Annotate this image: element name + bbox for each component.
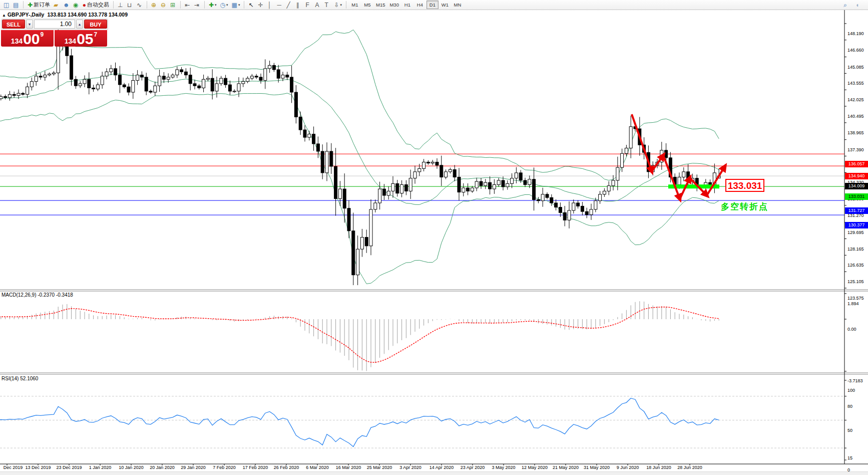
toolbar-separator bbox=[346, 1, 346, 9]
turning-point-note[interactable]: 多空转折点 bbox=[721, 201, 768, 212]
toolbar-button-community[interactable]: ☻ bbox=[62, 1, 71, 10]
toolbar-button-arrows[interactable]: ⇩▾ bbox=[332, 1, 343, 10]
community-icon: ☻ bbox=[63, 1, 70, 9]
toolbar-button-zoom-in[interactable]: ⊕ bbox=[150, 1, 159, 10]
symbol-period-label: GBPJPY-,Daily bbox=[8, 12, 45, 18]
volume-input[interactable]: 1.00 bbox=[34, 20, 75, 29]
toolbar-button-tile-windows[interactable]: ⊞ bbox=[169, 1, 178, 10]
buy-price-point: 7 bbox=[94, 31, 98, 38]
buy-button[interactable]: BUY bbox=[84, 20, 107, 29]
toolbar-button-bar-chart[interactable]: ⊥ bbox=[116, 1, 125, 10]
macd-pane[interactable] bbox=[0, 301, 719, 371]
date-axis-label: 17 Feb 2020 bbox=[243, 465, 268, 470]
volume-increase-button[interactable]: ▲ bbox=[76, 20, 83, 29]
timeframe-button-h4[interactable]: H4 bbox=[414, 1, 426, 9]
toolbar-button-trendline[interactable]: ╱ bbox=[285, 1, 294, 10]
toolbar-button-chart-shift[interactable]: ⇤ bbox=[183, 1, 192, 10]
line-chart-icon: ∿ bbox=[137, 1, 142, 9]
date-axis-label: 1 Jan 2020 bbox=[89, 465, 112, 470]
price-chart-canvas[interactable] bbox=[0, 10, 868, 475]
toolbar-button-crosshair[interactable]: ✛ bbox=[256, 1, 265, 10]
sell-button[interactable]: SELL bbox=[2, 20, 25, 29]
sell-price-display[interactable]: 134009 bbox=[1, 30, 54, 47]
date-axis-label: 26 Feb 2020 bbox=[274, 465, 299, 470]
timeframe-button-w1[interactable]: W1 bbox=[439, 1, 451, 9]
macd-axis-label: -3.7183 bbox=[847, 378, 868, 383]
templates-icon: ▦ bbox=[232, 1, 237, 9]
ohlc-values: 133.813 134.690 133.778 134.009 bbox=[47, 12, 128, 18]
toolbar-button-new-order[interactable]: ✚新订单 bbox=[26, 1, 52, 10]
timeframe-button-m1[interactable]: M1 bbox=[349, 1, 361, 9]
toolbar-button-label[interactable]: T bbox=[323, 1, 332, 10]
toolbar-button-autotrade[interactable]: ●自动交易 bbox=[81, 1, 111, 10]
timeframe-button-mn[interactable]: MN bbox=[452, 1, 464, 9]
main-toolbar: ◫▤✚新订单▰☻◉●自动交易⊥⊔∿⊕⊖⊞⇤⇥✚▾◷▾▦▾↖✛│─╱∥FAT⇩▾M… bbox=[0, 0, 868, 10]
date-axis-label: 29 Jan 2020 bbox=[181, 465, 206, 470]
rsi-axis-label: 50 bbox=[847, 428, 868, 433]
channel-icon: ∥ bbox=[296, 1, 299, 9]
price-axis-label: 148.190 bbox=[847, 31, 868, 36]
price-axis-badge: 134.940 bbox=[845, 173, 868, 179]
search-icon: ⌕ bbox=[843, 1, 847, 9]
periods-icon: ◷ bbox=[220, 1, 225, 9]
timeframe-button-m5[interactable]: M5 bbox=[361, 1, 373, 9]
toolbar-button-vertical-line[interactable]: │ bbox=[266, 1, 275, 10]
toolbar-button-cursor[interactable]: ↖ bbox=[247, 1, 256, 10]
toolbar-button-line-chart[interactable]: ∿ bbox=[135, 1, 144, 10]
vertical-line-icon: │ bbox=[267, 1, 271, 9]
one-click-controls-row: SELL ▼ 1.00 ▲ BUY bbox=[1, 19, 108, 30]
date-axis-label: 10 Jan 2020 bbox=[119, 465, 144, 470]
support-price-text-label[interactable]: 133.031 bbox=[725, 179, 764, 192]
rsi-pane[interactable] bbox=[0, 396, 844, 448]
toolbar-button-signals[interactable]: ◉ bbox=[72, 1, 81, 10]
toolbar-button-market[interactable]: ▰ bbox=[52, 1, 61, 10]
toolbar-button-fibonacci[interactable]: F bbox=[304, 1, 313, 10]
toolbar-button-text[interactable]: A bbox=[313, 1, 322, 10]
timeframe-button-m30[interactable]: M30 bbox=[387, 1, 400, 9]
timeframe-button-d1[interactable]: D1 bbox=[426, 1, 439, 9]
macd-axis-label: 0.00 bbox=[847, 327, 868, 332]
toolbar-button-profiles[interactable]: ▤ bbox=[12, 1, 21, 10]
timeframe-button-m15[interactable]: M15 bbox=[374, 1, 387, 9]
one-click-trading-panel[interactable]: SELL ▼ 1.00 ▲ BUY 134009 134057 bbox=[1, 19, 108, 47]
toolbar-button-new-chart[interactable]: ◫ bbox=[2, 1, 11, 10]
toolbar-separator bbox=[147, 1, 147, 9]
one-click-toggle-icon[interactable]: ▲ bbox=[2, 13, 6, 18]
cursor-icon: ↖ bbox=[248, 1, 253, 9]
toolbar-separator bbox=[204, 1, 205, 9]
buy-price-display[interactable]: 134057 bbox=[55, 30, 107, 47]
sell-price-figure: 134 bbox=[11, 37, 23, 45]
toolbar-button-channel[interactable]: ∥ bbox=[294, 1, 303, 10]
price-axis-label: 142.025 bbox=[847, 97, 868, 102]
volume-decrease-button[interactable]: ▼ bbox=[26, 20, 33, 29]
window-bottom-edge bbox=[0, 471, 868, 475]
date-axis-label: 12 May 2020 bbox=[522, 465, 548, 470]
toolbar-button-horizontal-line[interactable]: ─ bbox=[275, 1, 284, 10]
price-axis-label: 128.165 bbox=[847, 247, 868, 252]
macd-signal-line bbox=[0, 307, 719, 363]
toolbar-separator bbox=[180, 1, 181, 9]
toolbar-button-templates[interactable]: ▦▾ bbox=[230, 1, 242, 10]
toolbar-button-indicators[interactable]: ✚▾ bbox=[207, 1, 218, 10]
toolbar-button-auto-scroll[interactable]: ⇥ bbox=[193, 1, 202, 10]
chart-window[interactable]: ▲GBPJPY-,Daily133.813 134.690 133.778 13… bbox=[0, 10, 868, 475]
toolbar-button-periods[interactable]: ◷▾ bbox=[219, 1, 230, 10]
toolbar-button-chat[interactable]: ◖ bbox=[854, 1, 863, 10]
date-axis-label: Dec 2019 bbox=[4, 465, 23, 470]
new-chart-icon: ◫ bbox=[4, 1, 9, 9]
timeframe-button-h1[interactable]: H1 bbox=[401, 1, 413, 9]
toolbar-button-search[interactable]: ⌕ bbox=[842, 1, 851, 10]
toolbar-button-candle-chart[interactable]: ⊔ bbox=[126, 1, 135, 10]
price-axis-badge: 130.377 bbox=[845, 222, 868, 228]
main-price-pane[interactable] bbox=[0, 20, 844, 285]
date-axis-label: 3 May 2020 bbox=[492, 465, 515, 470]
date-axis-label: 28 Jun 2020 bbox=[677, 465, 702, 470]
profiles-icon: ▤ bbox=[13, 1, 19, 9]
dropdown-caret-icon: ▾ bbox=[215, 3, 217, 7]
date-axis-label: 18 Jun 2020 bbox=[646, 465, 671, 470]
toolbar-button-zoom-out[interactable]: ⊖ bbox=[159, 1, 168, 10]
price-axis-badge: 133.031 bbox=[845, 193, 868, 200]
bar-chart-icon: ⊥ bbox=[118, 1, 123, 9]
bid-ask-display: 134009 134057 bbox=[1, 30, 108, 47]
market-icon: ▰ bbox=[54, 1, 58, 9]
